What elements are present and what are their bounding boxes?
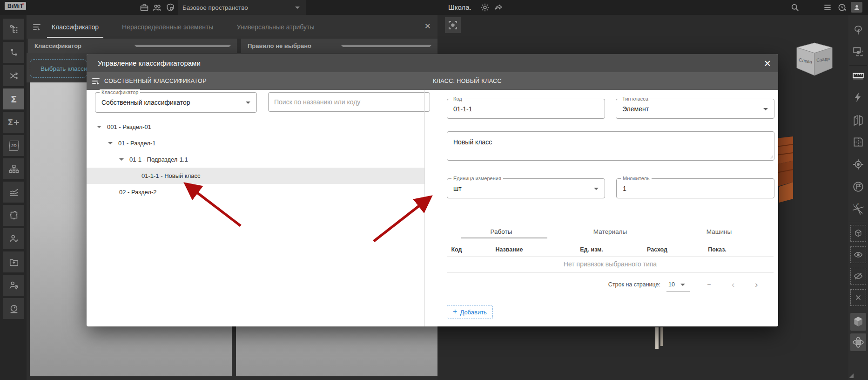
sheet-2d-icon[interactable]: 2D — [3, 135, 24, 156]
connections-icon[interactable] — [3, 42, 24, 63]
gear-icon[interactable] — [480, 3, 490, 12]
focus-target-icon[interactable] — [850, 156, 866, 172]
textarea-resize-handle[interactable] — [768, 155, 773, 159]
folder-share-icon[interactable] — [3, 251, 24, 272]
unit-select[interactable]: Единица измерения шт — [447, 178, 605, 198]
flash-icon[interactable] — [850, 89, 866, 105]
briefcase-icon[interactable] — [140, 3, 149, 12]
multiplier-value: 1 — [623, 185, 626, 192]
tree-item-section2[interactable]: 02 - Раздел-2 — [87, 184, 424, 200]
empty-table-message: Нет привязок выбранного типа — [447, 260, 774, 268]
classifier-management-dialog: Управление классификаторами ✕ СОБСТВЕННЫ… — [87, 54, 778, 326]
tab-works[interactable]: Работы — [447, 228, 556, 235]
next-page-icon[interactable]: › — [755, 279, 758, 290]
model-fragment-column — [660, 327, 663, 346]
section-box-icon[interactable] — [850, 112, 866, 128]
tree-expand-icon[interactable] — [119, 158, 124, 161]
pick-classifier-button[interactable]: Выбрать класси — [30, 59, 87, 78]
sum-icon[interactable]: Σ — [3, 88, 24, 109]
tree-item-label: 01-1 - Подраздел-1.1 — [129, 156, 188, 163]
tab-classifier[interactable]: Классификатор — [51, 16, 100, 38]
chevron-down-icon — [295, 7, 300, 9]
class-header: КЛАСС: НОВЫЙ КЛАСС — [433, 78, 502, 84]
nature-tree-icon[interactable] — [850, 22, 866, 38]
class-type-select[interactable]: Тип класса Элемент — [616, 99, 774, 119]
tree-item-subsection[interactable]: 01-1 - Подраздел-1.1 — [87, 151, 424, 168]
clear-selection-icon[interactable] — [850, 290, 866, 305]
add-binding-button[interactable]: + Добавить — [447, 305, 493, 319]
ruler-icon[interactable] — [850, 68, 866, 83]
code-field[interactable]: Код 01-1-1 — [447, 99, 605, 119]
model-tree-icon[interactable] — [3, 19, 24, 40]
shuffle-icon[interactable] — [3, 65, 24, 86]
panel-divider — [424, 90, 425, 326]
sigma-plus-glyph: Σ+ — [8, 118, 20, 127]
column-indicator: Показ. — [708, 246, 727, 253]
rule-filter-dropdown[interactable]: Правило не выбрано — [241, 39, 437, 53]
classifier-select-value: Собственный классификатор — [101, 99, 190, 106]
dialog-title-bar: Управление классификаторами — [87, 54, 778, 72]
add-binding-label: Добавить — [460, 309, 486, 316]
chevron-down-icon[interactable] — [680, 284, 685, 286]
close-panel-icon[interactable]: ✕ — [424, 21, 431, 31]
prev-page-icon[interactable]: ‹ — [732, 279, 734, 290]
person-check-icon[interactable] — [3, 228, 24, 249]
tree-item-root[interactable]: 001 - Раздел-01 — [87, 119, 424, 135]
bimit-logo-text: BiMiT — [7, 3, 23, 9]
axes-icon[interactable]: 12 — [850, 201, 866, 217]
tree-item-section1[interactable]: 01 - Раздел-1 — [87, 135, 424, 151]
tree-expand-icon[interactable] — [108, 142, 113, 144]
select-elements-tool[interactable] — [445, 17, 461, 33]
class-name-textarea[interactable]: Новый класс — [447, 131, 774, 161]
puzzle-icon[interactable] — [3, 205, 24, 226]
tree-item-label: 01-1-1 - Новый класс — [141, 172, 201, 179]
tree-menu-icon[interactable] — [92, 78, 100, 84]
page-range: – — [707, 281, 711, 288]
org-chart-icon[interactable] — [3, 158, 24, 179]
resize-handle[interactable] — [849, 373, 854, 378]
bimit-logo[interactable]: BiMiT — [5, 2, 26, 10]
shield-icon[interactable] — [166, 3, 175, 12]
class-type-value: Элемент — [622, 105, 649, 113]
trend-chart-icon[interactable] — [3, 182, 24, 203]
code-field-label: Код — [451, 96, 464, 102]
sum-add-icon[interactable]: Σ+ — [3, 112, 24, 133]
view-cube[interactable]: Слева Сзади — [791, 40, 838, 79]
code-field-value: 01-1-1 — [453, 105, 472, 113]
column-name: Название — [495, 246, 523, 253]
ghost-cube-icon[interactable] — [850, 225, 866, 241]
search-input[interactable] — [268, 92, 430, 112]
tab-machines[interactable]: Машины — [665, 228, 774, 235]
visibility-off-icon[interactable] — [850, 268, 866, 284]
workspace-select[interactable]: Базовое пространство — [178, 0, 306, 15]
tab-unassigned-elements[interactable]: Нераспределённые элементы — [121, 16, 214, 38]
tab-universal-attributes[interactable]: Универсальные атрибуты — [236, 16, 315, 38]
chevron-down-icon — [763, 108, 768, 110]
toolbar-divider — [849, 65, 867, 66]
floorplan-icon[interactable] — [850, 134, 866, 150]
solid-cube-icon[interactable] — [850, 313, 866, 331]
list-view-icon[interactable] — [823, 3, 832, 12]
selection-area-icon[interactable] — [850, 44, 866, 60]
tab-materials[interactable]: Материалы — [556, 228, 665, 235]
person-location-icon[interactable] — [3, 275, 24, 296]
search-icon[interactable] — [790, 3, 800, 12]
classifier-select[interactable]: Классификатор Собственный классификатор — [95, 92, 257, 113]
menu-expand-icon[interactable] — [33, 24, 40, 30]
orbit-icon[interactable] — [850, 333, 866, 351]
account-avatar[interactable] — [851, 2, 862, 13]
rows-per-page-select[interactable]: 10 — [668, 281, 675, 288]
tree-expand-icon[interactable] — [97, 126, 101, 128]
top-bar: BiMiT Базовое пространство Школа. — [0, 0, 868, 15]
dialog-close-icon[interactable]: ✕ — [761, 58, 774, 70]
tree-item-new-class[interactable]: 01-1-1 - Новый класс — [87, 168, 424, 184]
multiplier-field[interactable]: Множитель 1 — [616, 178, 774, 198]
classifier-filter-dropdown[interactable]: Классификатор — [28, 39, 237, 53]
visibility-icon[interactable] — [850, 247, 866, 263]
team-icon[interactable] — [153, 3, 162, 12]
tree-item-label: 02 - Раздел-2 — [119, 189, 157, 196]
flag-icon[interactable] — [850, 179, 866, 195]
notifications-icon[interactable] — [837, 3, 847, 12]
gauge-icon[interactable] — [3, 298, 24, 319]
share-icon[interactable] — [494, 3, 504, 12]
